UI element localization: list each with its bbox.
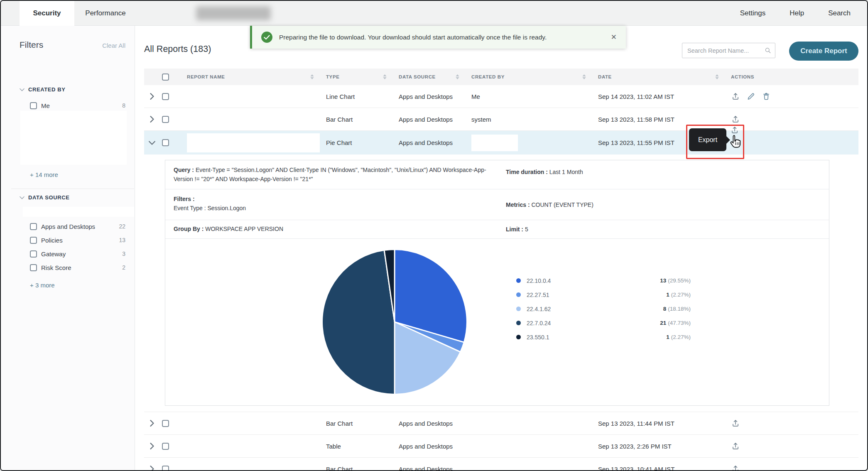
sort-icon[interactable] xyxy=(456,74,459,79)
sort-icon[interactable] xyxy=(715,74,719,79)
table-row-expanded[interactable]: Pie Chart Apps and Desktops Sep 13 2023,… xyxy=(144,131,858,155)
data-source-group-header[interactable]: DATA SOURCE xyxy=(20,194,70,201)
tab-performance-label: Performance xyxy=(85,9,125,17)
search-link[interactable]: Search xyxy=(828,9,851,17)
row-checkbox[interactable] xyxy=(162,466,169,471)
limit-value: 5 xyxy=(525,226,528,233)
report-type: Pie Chart xyxy=(320,139,392,146)
legend-dot-icon xyxy=(516,307,521,311)
report-date: Sep 13 2023, 10:41 AM IST xyxy=(592,466,725,471)
export-icon[interactable] xyxy=(731,92,740,101)
table-row[interactable]: Bar Chart Apps and Desktops Sep 13 2023,… xyxy=(144,412,858,435)
time-duration-label: Time duration : xyxy=(506,169,548,175)
legend-label: 22.4.1.62 xyxy=(527,306,663,312)
report-created-by xyxy=(465,135,592,151)
export-icon[interactable] xyxy=(731,442,740,451)
filters-title: Filters xyxy=(20,40,43,50)
tab-performance[interactable]: Performance xyxy=(74,1,137,26)
export-icon[interactable] xyxy=(731,419,740,428)
expand-row-icon[interactable] xyxy=(147,464,157,471)
tab-security[interactable]: Security xyxy=(20,1,74,26)
collapse-row-icon[interactable] xyxy=(147,138,157,147)
filter-label: Gateway xyxy=(41,250,122,258)
risk-score-checkbox[interactable] xyxy=(30,264,37,271)
row-checkbox[interactable] xyxy=(162,139,169,146)
search-input[interactable] xyxy=(687,47,765,54)
clear-all-button[interactable]: Clear All xyxy=(102,42,125,49)
table-row[interactable]: Line Chart Apps and Desktops Me Sep 14 2… xyxy=(144,85,858,108)
col-date[interactable]: DATE xyxy=(598,74,612,79)
filter-item-risk-score: Risk Score 2 xyxy=(30,262,125,272)
time-duration-value: Last 1 Month xyxy=(549,169,583,175)
expand-row-icon[interactable] xyxy=(147,442,157,451)
gateway-checkbox[interactable] xyxy=(30,250,37,258)
expanded-report-detail: Query : Event-Type = "Session.Logon" AND… xyxy=(144,155,858,412)
table-row[interactable]: Bar Chart Apps and Desktops Sep 13 2023,… xyxy=(144,458,858,471)
query-value: Event-Type = "Session.Logon" AND Client-… xyxy=(174,167,486,182)
row-checkbox[interactable] xyxy=(162,443,169,450)
report-type: Bar Chart xyxy=(320,466,392,471)
created-by-group-header[interactable]: CREATED BY xyxy=(20,86,66,93)
settings-link[interactable]: Settings xyxy=(740,9,765,17)
query-label: Query : xyxy=(174,167,194,173)
toast-close-icon[interactable]: ✕ xyxy=(611,34,617,41)
col-data-source[interactable]: DATA SOURCE xyxy=(399,74,436,79)
expand-row-icon[interactable] xyxy=(147,115,157,124)
filter-count: 13 xyxy=(119,237,125,243)
delete-icon[interactable] xyxy=(762,92,771,101)
redacted-report-name xyxy=(187,133,320,152)
reports-table: REPORT NAME TYPE DATA SOURCE CREATED BY … xyxy=(144,69,858,470)
sort-icon[interactable] xyxy=(310,74,314,79)
export-icon[interactable] xyxy=(731,464,740,471)
report-data-source: Apps and Desktops xyxy=(392,443,465,450)
legend-percentage: (2.27%) xyxy=(671,334,691,340)
expand-row-icon[interactable] xyxy=(147,419,157,428)
table-row[interactable]: Table Apps and Desktops Sep 13 2023, 2:2… xyxy=(144,435,858,458)
legend-count: 13 xyxy=(660,277,666,284)
row-checkbox[interactable] xyxy=(162,420,169,427)
filter-label: Policies xyxy=(41,237,119,244)
edit-icon[interactable] xyxy=(746,92,755,101)
policies-checkbox[interactable] xyxy=(30,237,37,244)
expand-row-icon[interactable] xyxy=(147,92,157,101)
cursor-hand-icon xyxy=(728,135,743,150)
col-report-name[interactable]: REPORT NAME xyxy=(187,74,225,79)
page-title: All Reports (183) xyxy=(144,44,211,54)
metrics-value: COUNT (EVENT TYPE) xyxy=(531,201,593,208)
legend-dot-icon xyxy=(516,335,521,339)
success-check-icon xyxy=(261,32,272,43)
report-type: Line Chart xyxy=(320,93,392,100)
filters-value: Event Type : Session.Logon xyxy=(174,205,246,211)
table-header: REPORT NAME TYPE DATA SOURCE CREATED BY … xyxy=(144,69,858,85)
table-row[interactable]: Bar Chart Apps and Desktops system Sep 1… xyxy=(144,108,858,131)
sort-icon[interactable] xyxy=(582,74,586,79)
legend-label: 22.10.0.4 xyxy=(527,277,660,284)
apps-desktops-checkbox[interactable] xyxy=(30,223,37,230)
col-type[interactable]: TYPE xyxy=(326,74,339,79)
export-icon[interactable] xyxy=(731,115,740,124)
pie-slice-22.7.0.24 xyxy=(322,250,395,395)
citrix-analytics-reports-page: Security Performance Settings Help Searc… xyxy=(0,0,868,471)
filters-label: Filters : xyxy=(174,196,195,202)
select-all-checkbox[interactable] xyxy=(162,74,169,81)
metrics-label: Metrics : xyxy=(506,201,530,208)
row-checkbox[interactable] xyxy=(162,116,169,123)
redacted-created-by xyxy=(471,135,518,151)
tab-redacted[interactable] xyxy=(196,6,271,20)
tab-security-label: Security xyxy=(33,9,61,17)
help-link[interactable]: Help xyxy=(790,9,804,17)
data-source-more-link[interactable]: + 3 more xyxy=(30,282,55,289)
col-created-by[interactable]: CREATED BY xyxy=(471,74,505,79)
created-by-more-link[interactable]: + 14 more xyxy=(30,171,58,178)
created-by-group-label: CREATED BY xyxy=(28,86,66,93)
col-actions: ACTIONS xyxy=(731,74,754,79)
filters-cell: Filters :Event Type : Session.Logon xyxy=(165,189,502,220)
report-type: Bar Chart xyxy=(320,420,392,427)
create-report-button[interactable]: Create Report xyxy=(789,42,858,61)
sort-icon[interactable] xyxy=(383,74,387,79)
me-checkbox[interactable] xyxy=(30,102,37,109)
time-duration-cell: Time duration : Last 1 Month xyxy=(502,160,829,189)
row-checkbox[interactable] xyxy=(162,93,169,100)
legend-count: 8 xyxy=(663,306,667,312)
legend-label: 22.7.0.24 xyxy=(527,320,660,326)
